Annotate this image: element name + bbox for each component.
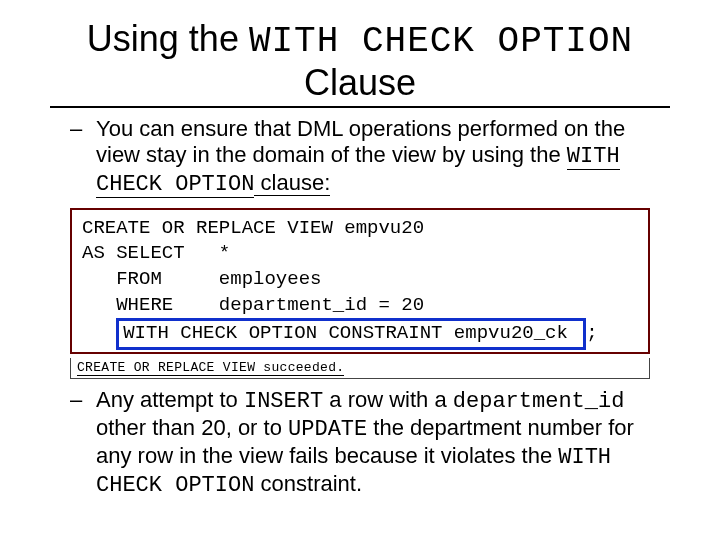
- bullet-list-2: Any attempt to INSERT a row with a depar…: [50, 387, 670, 499]
- b2-c3: UPDATE: [288, 417, 367, 442]
- bullet-list: You can ensure that DML operations perfo…: [50, 116, 670, 198]
- sql-line-4: WHERE department_id = 20: [82, 294, 424, 316]
- sql-line-5a: [82, 322, 116, 344]
- bullet1-pre: You can ensure that DML operations perfo…: [96, 116, 625, 167]
- result-text: CREATE OR REPLACE VIEW succeeded.: [77, 360, 344, 376]
- slide: Using the WITH CHECK OPTION Clause You c…: [0, 0, 720, 499]
- bullet-1: You can ensure that DML operations perfo…: [80, 116, 660, 198]
- sql-line-2: AS SELECT *: [82, 242, 230, 264]
- sql-line-5b: ;: [586, 322, 597, 344]
- sql-code-box: CREATE OR REPLACE VIEW empvu20 AS SELECT…: [70, 208, 650, 354]
- sql-highlight: WITH CHECK OPTION CONSTRAINT empvu20_ck: [116, 318, 586, 350]
- bullet-2: Any attempt to INSERT a row with a depar…: [80, 387, 660, 499]
- sql-line-3: FROM employees: [82, 268, 321, 290]
- title-code: WITH CHECK OPTION: [249, 21, 633, 62]
- b2-p5: constraint.: [254, 471, 362, 496]
- b2-c1: INSERT: [244, 389, 323, 414]
- title-pre: Using the: [87, 18, 249, 59]
- b2-p2: a row with a: [323, 387, 453, 412]
- b2-p1: Any attempt to: [96, 387, 244, 412]
- slide-title: Using the WITH CHECK OPTION Clause: [50, 18, 670, 108]
- result-box: CREATE OR REPLACE VIEW succeeded.: [70, 358, 650, 379]
- title-post: Clause: [304, 62, 416, 103]
- sql-line-1: CREATE OR REPLACE VIEW empvu20: [82, 217, 424, 239]
- bullet1-post: clause:: [254, 170, 330, 196]
- b2-p3: other than 20, or to: [96, 415, 288, 440]
- b2-c2: department_id: [453, 389, 625, 414]
